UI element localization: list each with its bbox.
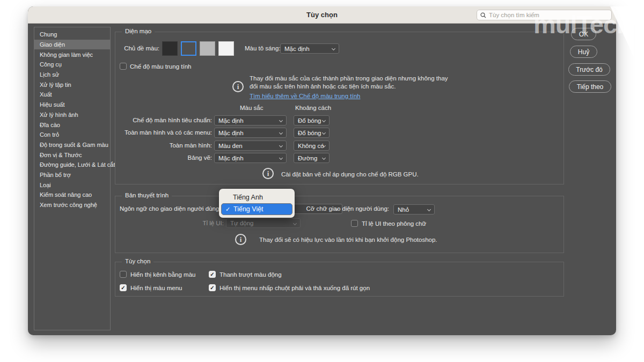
color-theme-label: Chủ đề màu: xyxy=(115,45,159,51)
chevron-down-icon xyxy=(322,130,326,134)
appearance-section: Diện mạo Chủ đề màu: Màu tô sáng: Mặc đị… xyxy=(115,32,564,184)
highlight-color-select[interactable]: Mặc định xyxy=(280,43,339,54)
search-icon xyxy=(480,12,486,18)
dynamic-color-sliders-checkbox[interactable]: ✓ xyxy=(209,271,216,278)
screen-mode-standard-label: Chế độ màn hình tiêu chuẩn: xyxy=(115,117,212,123)
show-menu-colors-label: Hiển thị màu menu xyxy=(130,285,182,291)
artboard-color-select[interactable]: Mặc định xyxy=(214,153,287,163)
ui-scale-label: Tỉ lệ UI: xyxy=(172,220,224,226)
sidebar-item-do-trong-suot[interactable]: Độ trong suốt & Gam màu xyxy=(34,140,110,150)
show-channels-in-color-checkbox[interactable] xyxy=(120,271,127,278)
sidebar-item-khong-gian-lam-viec[interactable]: Không gian làm việc xyxy=(34,49,110,60)
highlight-color-label: Màu tô sáng: xyxy=(245,45,280,51)
sidebar-item-loai[interactable]: Loại xyxy=(34,180,110,190)
sidebar-item-xuat[interactable]: Xuất xyxy=(34,90,110,100)
chevron-down-icon xyxy=(279,118,283,122)
neutral-color-mode-checkbox[interactable] xyxy=(120,63,127,70)
condensed-menus-checkbox[interactable]: ✓ xyxy=(209,284,216,291)
sidebar-item-dia-cao[interactable]: Đĩa cào xyxy=(34,120,110,130)
fullscreen-color-select[interactable]: Màu đen xyxy=(214,141,287,151)
sidebar-item-giao-dien[interactable]: Giao diện xyxy=(34,40,110,50)
chevron-down-icon xyxy=(279,143,283,147)
previous-button[interactable]: Trước đó xyxy=(568,63,610,76)
sidebar-item-lich-su[interactable]: Lịch sử xyxy=(34,70,110,80)
ui-scale-select: Tự động xyxy=(226,218,301,228)
info-icon: i xyxy=(232,81,244,92)
sidebar-item-duong-guide[interactable]: Đường guide, Lưới & Lát cắt xyxy=(34,160,110,170)
sidebar-item-don-vi-thuoc[interactable]: Đơn vị & Thước xyxy=(34,150,110,160)
chevron-down-icon xyxy=(427,207,431,211)
standard-screen-color-select[interactable]: Mặc định xyxy=(214,115,287,125)
sidebar-item-xu-ly-hinh-anh[interactable]: Xử lý hình ảnh xyxy=(34,110,110,120)
chevron-down-icon xyxy=(332,46,335,50)
next-button[interactable]: Tiếp theo xyxy=(569,80,611,93)
language-option-vietnamese-selected[interactable]: ✓ Tiếng Việt xyxy=(221,203,292,215)
sidebar-item-phan-bo-tro[interactable]: Phần bổ trợ xyxy=(34,170,110,180)
check-icon: ✓ xyxy=(225,206,230,213)
artboard-label: Bảng vẽ: xyxy=(115,154,212,161)
sidebar-item-kiem-soat-nang-cao[interactable]: Kiểm soát nâng cao xyxy=(34,190,110,200)
show-channels-in-color-label: Hiển thị kênh bằng màu xyxy=(130,271,195,278)
ui-font-size-select[interactable]: Nhỏ xyxy=(393,204,435,215)
theme-swatch-white[interactable] xyxy=(218,41,234,56)
sidebar-item-con-tro[interactable]: Con trỏ xyxy=(34,130,110,140)
options-section-title: Tùy chọn xyxy=(122,258,153,264)
fullscreen-menus-color-select[interactable]: Mặc định xyxy=(214,128,287,138)
learn-more-link[interactable]: Tìm hiểu thêm về Chế độ màu trung tính xyxy=(250,93,360,99)
dynamic-color-sliders-label: Thanh trượt màu động xyxy=(219,271,282,278)
watermark-text: mulTech xyxy=(533,10,632,39)
show-menu-colors-checkbox[interactable]: ✓ xyxy=(120,284,127,291)
chevron-down-icon xyxy=(279,156,283,159)
sidebar-item-chung[interactable]: Chung xyxy=(34,29,110,40)
sidebar-item-hieu-suat[interactable]: Hiệu suất xyxy=(34,100,110,110)
sidebar-item-xem-truoc-cong-nghe[interactable]: Xem trước công nghệ xyxy=(34,200,110,210)
theme-swatch-dark[interactable] xyxy=(162,41,178,56)
standard-screen-spacing-select[interactable]: Đổ bóng xyxy=(294,115,330,125)
ui-font-size-label: Cỡ chữ giao diện người dùng: xyxy=(292,205,389,212)
fullscreen-with-menus-label: Toàn màn hình và có các menu: xyxy=(115,129,212,136)
chevron-down-icon xyxy=(322,118,326,122)
fullscreen-label: Toàn màn hình: xyxy=(115,142,212,149)
presentation-section: Bản thuyết trình Ngôn ngữ cho giao diện … xyxy=(115,196,564,253)
preferences-sidebar: Chung Giao diện Không gian làm việc Công… xyxy=(34,27,111,330)
appearance-section-title: Diện mạo xyxy=(122,28,155,34)
chevron-down-icon xyxy=(279,130,283,134)
cancel-button[interactable]: Huỷ xyxy=(570,46,597,58)
ui-language-label: Ngôn ngữ cho giao diện người dùng: xyxy=(120,205,221,212)
preferences-dialog: Tùy chọn Tùy chọn tìm kiếm Chung Giao di… xyxy=(28,6,616,335)
sidebar-item-xu-ly-tap-tin[interactable]: Xử lý tập tin xyxy=(34,79,110,90)
chevron-down-icon xyxy=(293,221,297,225)
chevron-down-icon xyxy=(322,156,326,159)
column-header-color: Màu sắc xyxy=(240,105,263,111)
info-icon: i xyxy=(262,168,274,179)
artboard-spacing-select[interactable]: Đường xyxy=(294,153,330,163)
info-icon: i xyxy=(235,234,246,245)
presentation-section-title: Bản thuyết trình xyxy=(122,192,172,198)
language-dropdown-menu: Tiếng Anh ✓ Tiếng Việt xyxy=(219,189,295,218)
ui-scale-font-label: Tỉ lệ UI theo phông chữ xyxy=(362,220,426,227)
column-header-spacing: Khoảng cách xyxy=(295,105,331,111)
dialog-titlebar: Tùy chọn Tùy chọn tìm kiếm xyxy=(28,6,616,24)
fullscreen-menus-spacing-select[interactable]: Đổ bóng xyxy=(294,128,330,138)
theme-swatch-medium-dark-selected[interactable] xyxy=(181,41,196,56)
restart-note: Thay đổi sẽ có hiệu lực vào lần tới khi … xyxy=(259,236,437,244)
ui-scale-font-checkbox[interactable] xyxy=(351,220,358,227)
chevron-down-icon xyxy=(322,143,326,147)
fullscreen-spacing-select[interactable]: Không có xyxy=(294,141,330,151)
search-placeholder: Tùy chọn tìm kiếm xyxy=(489,12,539,18)
language-option-english[interactable]: Tiếng Anh xyxy=(221,191,292,203)
neutral-color-mode-label: Chế độ màu trung tính xyxy=(130,63,191,70)
appearance-info-text: Thay đổi màu sắc của các thành phần tron… xyxy=(250,75,449,91)
condensed-menus-label: Hiển thị menu nhấp chuột phải và thả xuố… xyxy=(219,285,370,291)
theme-swatch-light[interactable] xyxy=(200,41,215,56)
gpu-note: Cài đặt bản vẽ chỉ áp dụng cho chế độ RG… xyxy=(281,171,419,179)
sidebar-item-cong-cu[interactable]: Công cụ xyxy=(34,60,110,70)
screenshot-stage: Tùy chọn Tùy chọn tìm kiếm Chung Giao di… xyxy=(0,0,644,362)
options-section: Tùy chọn Hiển thị kênh bằng màu ✓ Thanh … xyxy=(115,262,564,297)
